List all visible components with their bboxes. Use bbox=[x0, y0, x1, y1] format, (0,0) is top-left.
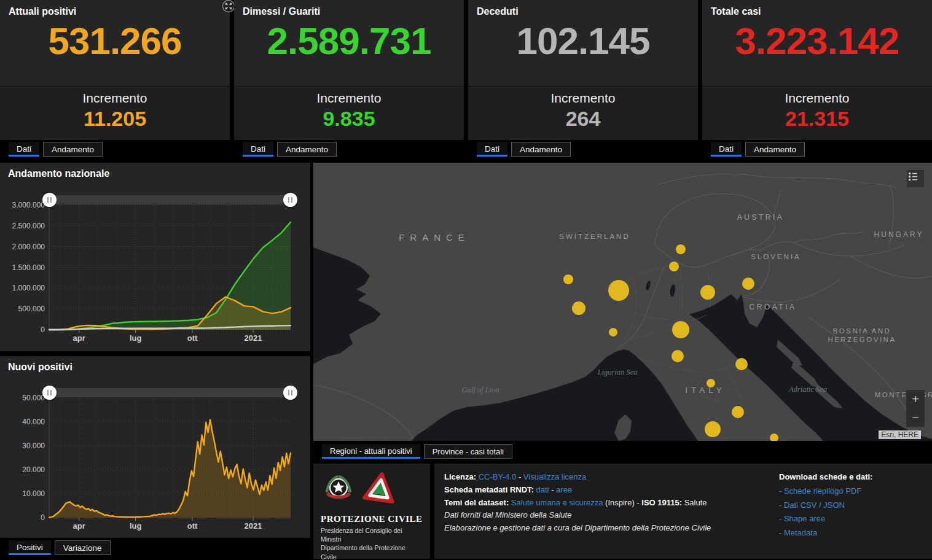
increment-value: 21.315 bbox=[702, 107, 932, 131]
protezione-civile-logo-panel: PROTEZIONE CIVILE Presidenza del Consigl… bbox=[313, 464, 430, 559]
stat-cards-row: Attuali positivi 531.266 Incremento 11.2… bbox=[0, 0, 932, 157]
svg-text:lug: lug bbox=[130, 521, 142, 531]
card-deceduti: Deceduti 102.145 Incremento 264 Dati And… bbox=[468, 0, 698, 157]
map-tab-bar: Regioni - attuali positivi Province - ca… bbox=[313, 442, 512, 459]
logo-org-name: PROTEZIONE CIVILE bbox=[321, 514, 423, 524]
increment-label: Incremento bbox=[468, 91, 698, 106]
region-bubble[interactable] bbox=[609, 328, 617, 336]
legend-icon[interactable] bbox=[907, 170, 924, 187]
region-bubble[interactable] bbox=[732, 406, 744, 418]
region-bubble[interactable] bbox=[563, 274, 573, 284]
license-info-panel: Licenza: CC-BY-4.0 - Visualizza licenza … bbox=[434, 464, 932, 559]
card-increment-section: Incremento 264 bbox=[468, 86, 698, 140]
time-range-slider[interactable] bbox=[49, 388, 291, 397]
svg-text:1.500.000: 1.500.000 bbox=[12, 263, 45, 272]
card-increment-section: Incremento 9.835 bbox=[234, 86, 464, 140]
download-metadata-link[interactable]: - Metadata bbox=[779, 527, 926, 540]
svg-text:lug: lug bbox=[130, 333, 142, 343]
card-tab-bar: Dati Andamento bbox=[234, 140, 464, 157]
map-canvas[interactable]: FRANCESWITZERLANDAUSTRIAHUNGARYSLOVENIAC… bbox=[313, 163, 932, 441]
tab-andamento[interactable]: Andamento bbox=[277, 142, 337, 157]
region-bubble[interactable] bbox=[676, 244, 686, 254]
svg-text:ott: ott bbox=[187, 333, 198, 343]
tab-variazione[interactable]: Variazione bbox=[55, 540, 111, 555]
card-title: Deceduti bbox=[468, 0, 698, 17]
card-title: Dimessi / Guariti bbox=[234, 0, 464, 17]
region-bubble[interactable] bbox=[707, 379, 715, 387]
tab-positivi[interactable]: Positivi bbox=[9, 540, 51, 555]
svg-text:SWITZERLAND: SWITZERLAND bbox=[559, 233, 630, 240]
region-bubble[interactable] bbox=[735, 358, 748, 370]
expand-icon[interactable] bbox=[222, 0, 235, 13]
slider-handle-left[interactable] bbox=[42, 193, 57, 207]
svg-text:apr: apr bbox=[73, 521, 85, 531]
svg-text:FRANCE: FRANCE bbox=[399, 232, 470, 243]
svg-text:ott: ott bbox=[187, 521, 198, 531]
download-shape-link[interactable]: - Shape aree bbox=[779, 513, 926, 526]
panel-nuovi-positivi: Nuovi positivi 010.00020.00030.00040.000… bbox=[0, 356, 310, 538]
svg-text:0: 0 bbox=[41, 513, 45, 522]
svg-text:HERZEGOVINA: HERZEGOVINA bbox=[828, 336, 896, 343]
svg-text:3.000.000: 3.000.000 bbox=[12, 201, 45, 209]
tab-andamento[interactable]: Andamento bbox=[43, 142, 103, 157]
card-tab-bar: Dati Andamento bbox=[702, 140, 932, 157]
license-link[interactable]: CC-BY-4.0 bbox=[479, 472, 517, 481]
svg-text:50.000: 50.000 bbox=[22, 394, 45, 402]
card-increment-section: Incremento 21.315 bbox=[702, 86, 932, 140]
card-value: 531.266 bbox=[0, 22, 230, 60]
increment-label: Incremento bbox=[0, 91, 230, 106]
logo-subtitle-1: Presidenza del Consiglio dei Ministri bbox=[321, 527, 402, 543]
svg-text:10.000: 10.000 bbox=[22, 489, 45, 498]
rndt-dati-link[interactable]: dati bbox=[536, 485, 549, 494]
slider-handle-right[interactable] bbox=[283, 386, 297, 400]
tab-andamento[interactable]: Andamento bbox=[511, 142, 571, 157]
view-license-link[interactable]: Visualizza licenza bbox=[523, 472, 586, 481]
rndt-aree-link[interactable]: aree bbox=[556, 485, 572, 494]
tab-province[interactable]: Province - casi totali bbox=[424, 444, 512, 459]
nuovi-positivi-chart: 010.00020.00030.00040.00050.000aprlugott… bbox=[0, 356, 310, 538]
zoom-out-button[interactable]: − bbox=[906, 408, 925, 427]
region-bubble[interactable] bbox=[672, 321, 689, 338]
card-dimessi-guariti: Dimessi / Guariti 2.589.731 Incremento 9… bbox=[234, 0, 464, 157]
region-bubble[interactable] bbox=[742, 278, 754, 290]
tab-dati[interactable]: Dati bbox=[243, 142, 273, 157]
download-pdf-link[interactable]: - Schede riepilogo PDF bbox=[779, 485, 926, 498]
svg-text:apr: apr bbox=[73, 333, 85, 343]
region-bubble[interactable] bbox=[572, 301, 585, 315]
card-value: 2.589.731 bbox=[234, 22, 464, 60]
tab-dati[interactable]: Dati bbox=[477, 142, 507, 157]
card-totale-casi: Totale casi 3.223.142 Incremento 21.315 … bbox=[702, 0, 932, 157]
tab-dati[interactable]: Dati bbox=[711, 142, 742, 157]
tab-dati[interactable]: Dati bbox=[9, 142, 39, 157]
increment-label: Incremento bbox=[234, 91, 464, 106]
panel-title: Andamento nazionale bbox=[8, 168, 109, 179]
region-bubble[interactable] bbox=[700, 285, 715, 300]
region-bubble[interactable] bbox=[608, 280, 629, 301]
card-title: Attuali positivi bbox=[0, 0, 230, 17]
region-bubble[interactable] bbox=[705, 421, 721, 437]
italy-bubble-map[interactable]: FRANCESWITZERLANDAUSTRIAHUNGARYSLOVENIAC… bbox=[313, 163, 932, 441]
card-attuali-positivi: Attuali positivi 531.266 Incremento 11.2… bbox=[0, 0, 230, 157]
download-csv-json-link[interactable]: - Dati CSV / JSON bbox=[779, 499, 926, 512]
card-value: 102.145 bbox=[468, 22, 698, 60]
slider-handle-left[interactable] bbox=[42, 386, 57, 400]
time-range-slider[interactable] bbox=[49, 195, 291, 204]
region-bubble[interactable] bbox=[672, 350, 684, 362]
tab-andamento[interactable]: Andamento bbox=[745, 142, 805, 157]
svg-text:HUNGARY: HUNGARY bbox=[874, 230, 924, 239]
region-bubble[interactable] bbox=[669, 262, 679, 271]
svg-text:2021: 2021 bbox=[245, 521, 262, 531]
map-attribution: Esri, HERE bbox=[879, 430, 921, 439]
card-value: 3.223.142 bbox=[702, 22, 932, 60]
download-title: Download schede e dati: bbox=[779, 471, 926, 484]
tab-regioni[interactable]: Regioni - attuali positivi bbox=[322, 444, 420, 459]
salute-umana-link[interactable]: Salute umana e sicurezza bbox=[511, 498, 603, 507]
logo-subtitle-2: Dipartimento della Protezione Civile bbox=[321, 544, 405, 560]
slider-handle-right[interactable] bbox=[283, 193, 297, 207]
increment-value: 264 bbox=[468, 107, 698, 131]
svg-text:20.000: 20.000 bbox=[22, 465, 45, 474]
zoom-in-button[interactable]: + bbox=[906, 390, 925, 408]
svg-text:Gulf of Lion: Gulf of Lion bbox=[461, 386, 499, 394]
svg-text:2.000.000: 2.000.000 bbox=[12, 243, 45, 251]
svg-text:30.000: 30.000 bbox=[22, 441, 45, 450]
